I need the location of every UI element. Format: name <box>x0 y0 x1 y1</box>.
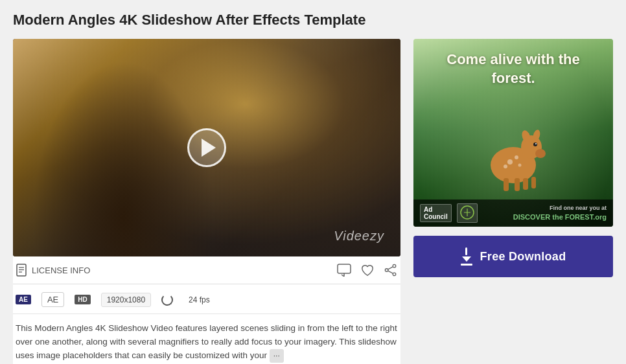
watermark: Videezy <box>334 229 384 244</box>
usfs-logo <box>457 203 478 223</box>
share-icon <box>384 264 398 277</box>
fps-label: 24 fps <box>183 293 215 306</box>
ad-headline: Come alive with the forest. <box>413 51 613 87</box>
discover-pre: Find one near you at <box>513 205 607 212</box>
comment-icon <box>337 264 351 277</box>
download-label: Free Download <box>480 250 566 264</box>
usfs-icon <box>460 205 474 220</box>
svg-point-12 <box>535 149 546 158</box>
resolution: 1920x1080 <box>101 293 151 307</box>
license-info-button[interactable]: LICENSE INFO <box>16 264 90 277</box>
svg-point-23 <box>504 165 507 168</box>
license-label: LICENSE INFO <box>32 266 90 275</box>
right-column: Come alive with the forest. <box>413 39 613 277</box>
ae-badge: AE <box>16 295 31 304</box>
main-layout: Videezy LICENSE INFO <box>13 39 613 364</box>
svg-rect-17 <box>504 178 509 191</box>
license-icon <box>16 264 27 277</box>
svg-point-24 <box>518 164 522 167</box>
ae-label: AE <box>41 292 64 307</box>
svg-rect-4 <box>338 264 351 273</box>
ad-footer: AdCouncil Find one near you at DISCOVER … <box>413 199 613 227</box>
video-toolbar: LICENSE INFO <box>13 256 400 284</box>
svg-point-14 <box>535 143 537 144</box>
free-download-button[interactable]: Free Download <box>413 236 613 277</box>
svg-point-21 <box>507 159 513 165</box>
svg-point-13 <box>533 142 537 146</box>
ad-banner: Come alive with the forest. <box>413 39 613 227</box>
read-more-button[interactable]: ··· <box>270 349 284 363</box>
ad-council-logo: AdCouncil <box>420 204 452 222</box>
deer-illustration <box>468 113 559 191</box>
toolbar-actions <box>337 263 398 277</box>
meta-bar: AE AE HD 1920x1080 24 fps <box>13 284 400 314</box>
svg-line-8 <box>388 267 393 269</box>
ad-discover-text: Find one near you at DISCOVER the FOREST… <box>513 205 607 222</box>
ad-logos: AdCouncil <box>420 203 478 223</box>
comment-button[interactable] <box>337 263 351 277</box>
page-wrapper: Modern Angles 4K Slideshow After Effects… <box>0 0 626 364</box>
svg-line-9 <box>388 271 393 274</box>
like-button[interactable] <box>360 263 375 277</box>
left-column: Videezy LICENSE INFO <box>13 39 400 364</box>
description-text: This Modern Angles 4K Slideshow Video fe… <box>16 323 397 360</box>
share-button[interactable] <box>384 263 398 277</box>
play-icon <box>202 139 216 157</box>
download-icon <box>461 247 472 266</box>
heart-icon <box>360 264 375 277</box>
svg-rect-18 <box>515 178 520 191</box>
svg-point-7 <box>385 269 388 272</box>
hd-badge: HD <box>75 295 90 304</box>
fps-icon <box>161 294 173 306</box>
svg-point-6 <box>393 273 396 276</box>
svg-point-22 <box>515 155 518 159</box>
svg-rect-19 <box>523 178 528 190</box>
play-button[interactable] <box>187 128 226 167</box>
svg-point-5 <box>393 265 396 268</box>
page-title: Modern Angles 4K Slideshow After Effects… <box>13 12 613 28</box>
video-player[interactable]: Videezy <box>13 39 400 256</box>
svg-rect-20 <box>531 177 536 188</box>
discover-main: DISCOVER the FOREST.org <box>513 212 607 222</box>
description-area: This Modern Angles 4K Slideshow Video fe… <box>13 314 400 364</box>
